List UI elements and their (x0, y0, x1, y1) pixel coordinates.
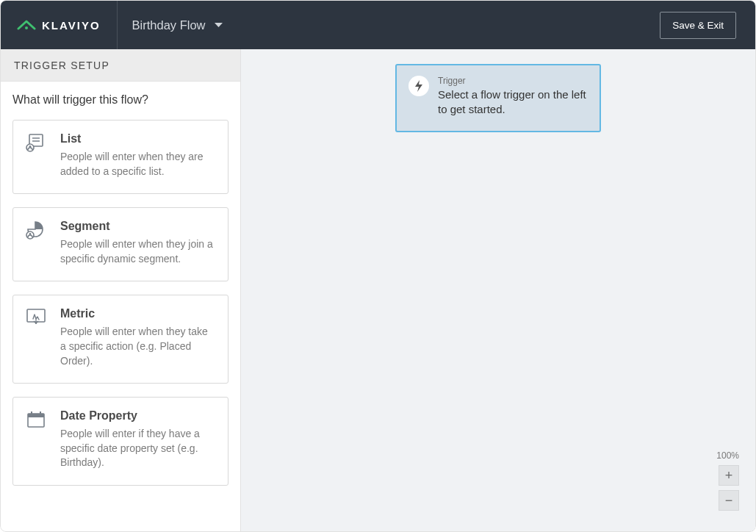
flow-name-label: Birthday Flow (132, 18, 206, 32)
trigger-node-label: Trigger (438, 76, 588, 86)
save-and-exit-button[interactable]: Save & Exit (660, 12, 736, 39)
zoom-controls: 100% + − (716, 450, 739, 511)
trigger-setup-panel: TRIGGER SETUP What will trigger this flo… (1, 49, 241, 531)
zoom-out-button[interactable]: − (719, 490, 739, 511)
logo-mark-icon (17, 18, 36, 32)
svg-rect-10 (28, 414, 44, 417)
list-icon (25, 133, 47, 155)
option-title: Segment (60, 220, 216, 233)
option-desc: People will enter if they have a specifi… (60, 427, 216, 470)
option-desc: People will enter when they are added to… (60, 150, 216, 179)
flow-name-dropdown[interactable]: Birthday Flow (118, 18, 223, 32)
lightning-icon (408, 76, 429, 96)
zoom-in-button[interactable]: + (719, 465, 739, 486)
trigger-option-segment[interactable]: Segment People will enter when they join… (12, 207, 228, 281)
trigger-option-date-property[interactable]: Date Property People will enter if they … (12, 397, 228, 486)
svg-point-0 (25, 26, 28, 29)
metric-icon (25, 308, 47, 330)
trigger-node-text: Select a flow trigger on the left to get… (438, 87, 588, 118)
option-title: Date Property (60, 409, 216, 423)
app-header: KLAVIYO Birthday Flow Save & Exit (1, 1, 755, 49)
brand-logo[interactable]: KLAVIYO (1, 1, 118, 49)
trigger-option-list[interactable]: List People will enter when they are add… (12, 120, 228, 194)
zoom-level: 100% (716, 450, 739, 461)
option-desc: People will enter when they join a speci… (60, 237, 216, 266)
flow-canvas[interactable]: Trigger Select a flow trigger on the lef… (241, 49, 755, 531)
option-title: List (60, 132, 216, 145)
panel-title: TRIGGER SETUP (1, 49, 240, 82)
chevron-down-icon (215, 23, 223, 28)
option-desc: People will enter when they take a speci… (60, 325, 216, 368)
trigger-option-metric[interactable]: Metric People will enter when they take … (12, 295, 228, 384)
trigger-prompt: What will trigger this flow? (12, 93, 228, 107)
option-title: Metric (60, 307, 216, 320)
segment-icon (25, 220, 47, 242)
trigger-node[interactable]: Trigger Select a flow trigger on the lef… (395, 64, 601, 132)
brand-name: KLAVIYO (42, 19, 101, 32)
date-property-icon (25, 410, 47, 432)
